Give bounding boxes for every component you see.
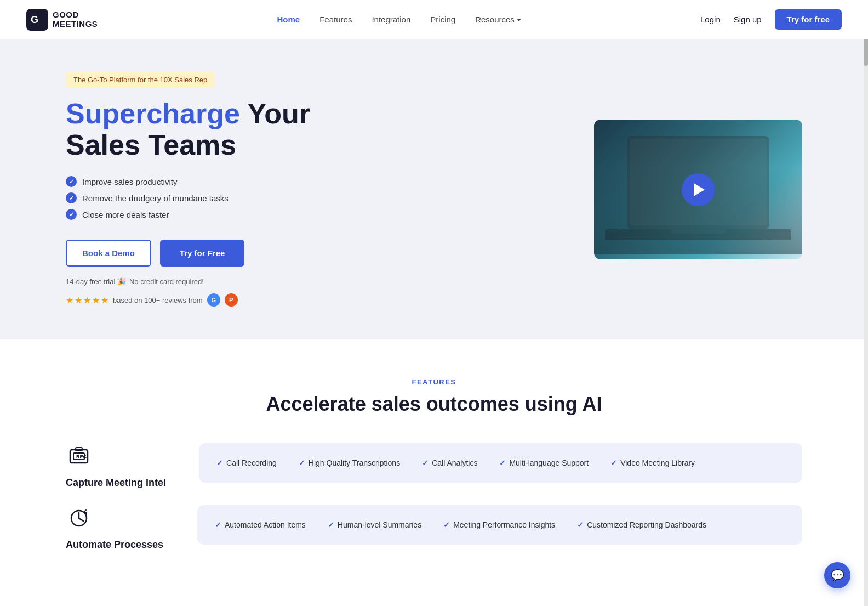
nav-integration[interactable]: Integration <box>372 15 410 24</box>
feature-name-2: Automate Processes <box>66 539 163 551</box>
feature-row-2: Automate Processes ✓ Automated Action It… <box>66 505 802 551</box>
stars: ★ ★ ★ ★ ★ <box>66 295 108 305</box>
star-4: ★ <box>92 295 100 305</box>
feature-card-2: ✓ Automated Action Items ✓ Human-level S… <box>197 505 802 545</box>
play-triangle-icon <box>694 183 705 196</box>
header-right: Login Sign up Try for free <box>700 9 842 30</box>
try-free-header-button[interactable]: Try for free <box>775 9 842 30</box>
tag-multilang: ✓ Multi-language Support <box>499 458 589 467</box>
stars-row: ★ ★ ★ ★ ★ based on 100+ reviews from G P <box>66 293 310 307</box>
hero-section: The Go-To Platform for the 10X Sales Rep… <box>0 39 868 339</box>
star-1: ★ <box>66 295 73 305</box>
google-badge: G <box>207 293 220 307</box>
logo[interactable]: G GOOD MEETINGS <box>26 9 98 31</box>
check-item-2: Remove the drudgery of mundane tasks <box>66 192 310 203</box>
check-item-3: Close more deals faster <box>66 209 310 220</box>
features-title: Accelerate sales outcomes using AI <box>66 393 802 416</box>
tag-transcriptions: ✓ High Quality Transcriptions <box>299 458 400 467</box>
feature-left-2: Automate Processes <box>66 505 164 551</box>
check-icon-2 <box>66 192 77 203</box>
svg-text:REC: REC <box>76 454 87 460</box>
tag-reporting-dashboards: ✓ Customized Reporting Dashboards <box>577 520 706 529</box>
capture-icon-box: REC <box>66 443 92 469</box>
tag-performance-insights: ✓ Meeting Performance Insights <box>443 520 555 529</box>
nav-pricing[interactable]: Pricing <box>430 15 455 24</box>
login-button[interactable]: Login <box>700 15 721 24</box>
svg-text:G: G <box>31 14 38 25</box>
star-2: ★ <box>75 295 82 305</box>
try-free-hero-button[interactable]: Try for Free <box>160 240 245 267</box>
book-demo-button[interactable]: Book a Demo <box>66 240 151 267</box>
features-section: FEATURES Accelerate sales outcomes using… <box>0 339 868 589</box>
hero-buttons: Book a Demo Try for Free <box>66 240 310 267</box>
camera-box-icon: REC <box>68 445 90 467</box>
hero-checklist: Improve sales productivity Remove the dr… <box>66 176 310 220</box>
nav: Home Features Integration Pricing Resour… <box>277 15 521 24</box>
trial-note: 14-day free trial 🎉 No credit card requi… <box>66 277 310 286</box>
play-button[interactable] <box>682 173 715 206</box>
scrollbar[interactable] <box>864 0 868 589</box>
feature-row-1: REC Capture Meeting Intel ✓ Call Recordi… <box>66 443 802 489</box>
feature-left-1: REC Capture Meeting Intel <box>66 443 166 489</box>
feature-name-1: Capture Meeting Intel <box>66 477 166 489</box>
review-text: based on 100+ reviews from <box>113 296 203 304</box>
header: G GOOD MEETINGS Home Features Integratio… <box>0 0 868 39</box>
hero-right <box>594 120 802 259</box>
feature-card-1: ✓ Call Recording ✓ High Quality Transcri… <box>199 443 802 483</box>
check-icon-3 <box>66 209 77 220</box>
nav-resources[interactable]: Resources <box>475 15 521 24</box>
logo-text: GOOD MEETINGS <box>53 10 98 29</box>
nav-features[interactable]: Features <box>319 15 352 24</box>
clock-refresh-icon <box>68 507 90 529</box>
star-5: ★ <box>101 295 108 305</box>
svg-rect-5 <box>671 229 726 234</box>
chevron-down-icon <box>517 19 521 21</box>
logo-icon: G <box>26 9 48 31</box>
features-label: FEATURES <box>66 378 802 386</box>
chat-icon: 💬 <box>831 569 844 582</box>
feature-tags-2: ✓ Automated Action Items ✓ Human-level S… <box>215 520 785 529</box>
check-icon-1 <box>66 176 77 187</box>
hero-left: The Go-To Platform for the 10X Sales Rep… <box>66 72 310 307</box>
hero-title-accent: Supercharge <box>66 98 240 129</box>
tag-call-analytics: ✓ Call Analytics <box>422 458 477 467</box>
tag-summaries: ✓ Human-level Summaries <box>328 520 421 529</box>
chat-button[interactable]: 💬 <box>824 562 850 588</box>
signup-button[interactable]: Sign up <box>734 15 762 24</box>
tag-action-items: ✓ Automated Action Items <box>215 520 306 529</box>
hero-badge: The Go-To Platform for the 10X Sales Rep <box>66 72 215 87</box>
tag-video-library: ✓ Video Meeting Library <box>610 458 695 467</box>
hero-title: Supercharge YourSales Teams <box>66 98 310 161</box>
feature-tags-1: ✓ Call Recording ✓ High Quality Transcri… <box>216 458 785 467</box>
hero-video[interactable] <box>594 120 802 259</box>
check-item-1: Improve sales productivity <box>66 176 310 187</box>
tag-call-recording: ✓ Call Recording <box>216 458 277 467</box>
star-3: ★ <box>83 295 91 305</box>
automate-icon-box <box>66 505 92 531</box>
nav-home[interactable]: Home <box>277 15 300 24</box>
producthunt-badge: P <box>225 293 238 307</box>
